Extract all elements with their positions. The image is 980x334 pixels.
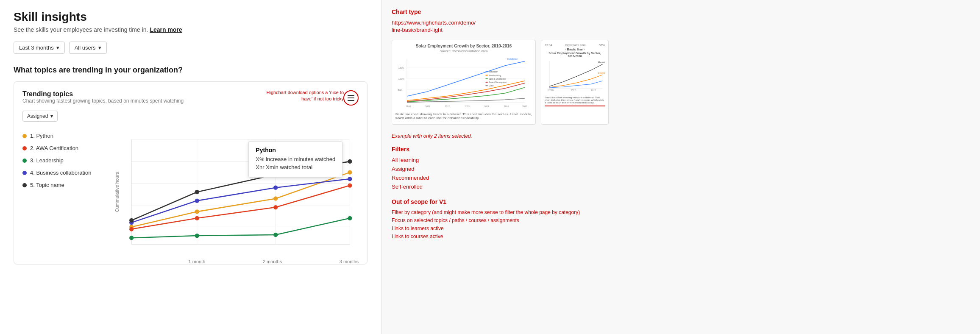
svg-point-26 [129,218,134,223]
example-note: Example with only 2 items selected. [392,133,970,139]
legend-dot-topic [22,183,27,187]
filter-row: Last 3 months ▾ All users ▾ [14,42,368,54]
hamburger-menu-button[interactable] [343,90,359,106]
filter-recommended[interactable]: Recommended [392,175,970,181]
chart-preview-small: 13:04 highcharts.com 55% ‹ Basic line › … [541,40,609,125]
chart-type-section: Chart type https://www.highcharts.com/de… [392,8,970,33]
legend-dot-leadership [22,159,27,163]
svg-point-19 [195,234,199,238]
preview-title: Solar Employment Growth by Sector, 2010-… [395,44,532,48]
out-of-scope-item-3: Links to learners active [392,225,970,231]
svg-rect-52 [486,82,488,83]
out-of-scope-item-4: Links to courses active [392,234,970,239]
svg-text:2010: 2010 [406,105,411,108]
legend-dot-business [22,171,27,175]
chart-type-link[interactable]: https://www.highcharts.com/demo/ [392,19,970,26]
trending-topics-card: Trending topics Chart showing fastest gr… [14,81,368,264]
filter-self-enrolled[interactable]: Self-enrolled [392,184,970,190]
left-panel: Skill insights See the skills your emplo… [0,0,381,334]
filters-section: Filters All learning Assigned Recommende… [392,146,970,190]
chevron-down-icon: ▾ [50,113,53,119]
hamburger-line [348,95,354,96]
hamburger-line [348,100,354,101]
svg-point-24 [273,186,278,190]
y-axis-label: Cummulative hours [114,172,120,212]
trending-section-heading: What topics are trending in your organiz… [14,66,368,75]
svg-point-11 [195,209,199,214]
svg-point-16 [273,205,278,209]
filter-all-learning[interactable]: All learning [392,157,970,163]
chart-type-link-2[interactable]: line-basic/brand-light [392,27,970,33]
out-of-scope-item-2: Focus on selected topics / paths / cours… [392,217,970,223]
svg-point-13 [348,170,352,174]
chart-type-title: Chart type [392,8,970,15]
svg-point-20 [273,233,278,237]
legend-item-awa[interactable]: 2. AWA Certification [22,145,107,151]
card-header: Trending topics Chart showing fastest gr… [22,90,359,109]
assigned-filter-button[interactable]: Assigned ▾ [22,111,58,122]
out-of-scope-section: Out of scope for V1 Filter by category (… [392,198,970,239]
out-of-scope-item-1: Filter by category (and might make more … [392,209,970,215]
svg-point-17 [348,183,352,187]
svg-text:2014: 2014 [484,105,489,108]
svg-text:2011: 2011 [425,105,430,108]
page-subtitle: See the skills your employees are invest… [14,26,368,33]
hamburger-line [348,97,354,98]
svg-text:2016: 2016 [504,105,509,108]
svg-text:Project Development: Project Development [489,81,507,84]
svg-point-15 [195,216,199,220]
legend-item-business[interactable]: 4. Business collaboration [22,170,107,176]
filters-title: Filters [392,146,970,153]
svg-text:150k: 150k [398,66,404,69]
users-filter[interactable]: All users ▾ [69,42,107,54]
highchart-note: Highchart download options a 'nice to ha… [259,89,344,103]
svg-text:Manufacturing: Manufacturing [598,61,605,64]
svg-text:50k: 50k [398,88,403,91]
topic-legend: 1. Python 2. AWA Certification 3. Leader… [22,128,107,256]
preview-subtitle: Source: thesolarfoundation.com [395,49,532,53]
card-subtitle: Chart showing fastest growing topics, ba… [22,98,184,104]
chart-area: 1. Python 2. AWA Certification 3. Leader… [22,128,359,256]
small-preview-svg: Manufacturing Development 2010 2012 2015 [545,58,605,96]
legend-item-python[interactable]: 1. Python [22,133,107,139]
learn-more-link[interactable]: Learn more [150,26,182,33]
svg-point-12 [273,196,278,200]
svg-text:Manufacturing: Manufacturing [489,75,501,77]
svg-text:Other: Other [489,85,494,87]
svg-point-25 [348,177,352,181]
svg-text:2017: 2017 [522,105,527,108]
tooltip-title: Python [256,147,335,153]
page-title: Skill insights [14,10,368,24]
tooltip-increase: X% increase in minutes watched [256,156,335,162]
svg-rect-50 [486,78,488,79]
x-label-2months: 2 months [263,259,282,264]
svg-rect-48 [486,75,488,75]
svg-point-29 [348,159,352,164]
out-of-scope-title: Out of scope for V1 [392,198,970,205]
legend-item-leadership[interactable]: 3. Leadership [22,157,107,164]
svg-rect-54 [486,85,488,86]
svg-text:Installation: Installation [507,58,518,60]
chevron-down-icon: ▾ [56,45,59,51]
svg-point-23 [195,198,199,203]
line-chart-container: Cummulative hours Python X% increase in … [114,128,359,256]
x-axis-labels: 1 month 2 months 3 months [114,257,359,264]
svg-text:2015: 2015 [591,89,596,92]
svg-text:2012: 2012 [571,89,576,92]
right-panel: Chart type https://www.highcharts.com/de… [381,0,980,334]
legend-dot-awa [22,146,27,150]
svg-text:2010: 2010 [548,89,554,92]
svg-text:Sales & Distribution: Sales & Distribution [489,78,506,80]
card-title: Trending topics [22,90,184,98]
svg-point-14 [129,227,134,231]
filter-assigned[interactable]: Assigned [392,166,970,172]
legend-dot-python [22,134,27,138]
chart-preview-large: Solar Employment Growth by Sector, 2010-… [392,40,536,125]
tooltip-total: Xhr Xmin watched total [256,164,335,170]
time-period-filter[interactable]: Last 3 months ▾ [14,42,65,54]
legend-item-topic[interactable]: 5. Topic name [22,182,107,188]
svg-text:2013: 2013 [465,105,470,108]
svg-text:Development: Development [598,72,605,74]
svg-point-27 [195,190,199,194]
svg-text:2012: 2012 [445,105,450,108]
